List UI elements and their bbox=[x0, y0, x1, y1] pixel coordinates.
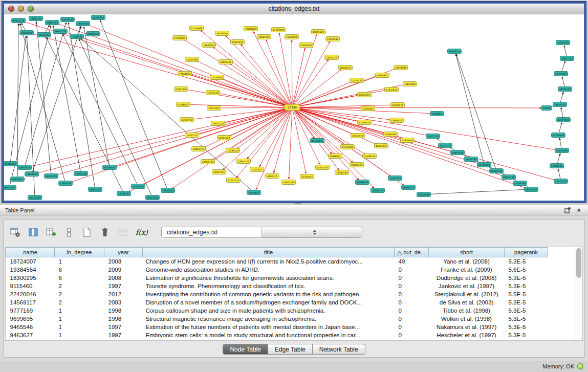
citation-edge-red[interactable] bbox=[201, 30, 292, 107]
graph-node[interactable]: 18460133 bbox=[490, 169, 504, 173]
graph-node[interactable]: 16933433 bbox=[161, 188, 175, 193]
graph-node[interactable]: 22041231 bbox=[316, 165, 330, 170]
graph-node[interactable]: 16104277 bbox=[391, 103, 405, 107]
graph-node[interactable]: 14121123 bbox=[439, 143, 452, 148]
citation-edge-red[interactable] bbox=[65, 32, 292, 107]
tab-edge-table[interactable]: Edge Table bbox=[268, 344, 313, 355]
graph-node[interactable]: 15248133 bbox=[117, 191, 131, 196]
graph-node[interactable]: 12489533 bbox=[70, 34, 84, 39]
graph-node[interactable]: 16664161 bbox=[358, 93, 372, 97]
graph-node[interactable]: 11604427 bbox=[390, 118, 404, 123]
graph-node[interactable]: 17579030 bbox=[272, 28, 286, 32]
graph-node[interactable]: 16861233 bbox=[46, 20, 59, 25]
graph-node[interactable]: 15495781 bbox=[384, 132, 398, 137]
new-table-icon[interactable] bbox=[80, 226, 94, 239]
citation-edge-black[interactable] bbox=[36, 21, 51, 176]
graph-node[interactable]: 18504923 bbox=[375, 144, 388, 148]
graph-node[interactable]: 10974983 bbox=[394, 65, 408, 70]
show-columns-icon[interactable] bbox=[27, 226, 40, 239]
table-row[interactable]: 946362711997Embryonic stem cells: a mode… bbox=[6, 331, 548, 339]
table-row[interactable]: 911546021997Tourette syndrome. Phenomeno… bbox=[6, 282, 548, 290]
graph-node[interactable]: 18612333 bbox=[76, 21, 90, 26]
graph-node[interactable]: 16675133 bbox=[4, 185, 16, 190]
delete-icon[interactable] bbox=[98, 226, 112, 239]
graph-node[interactable]: 15493123 bbox=[363, 154, 377, 159]
graph-node[interactable]: 17592233 bbox=[388, 176, 402, 181]
graph-node[interactable]: 13567123 bbox=[217, 136, 231, 140]
graph-node[interactable]: 17774123 bbox=[350, 78, 364, 83]
graph-node[interactable]: 16041231 bbox=[282, 180, 296, 185]
graph-node[interactable]: 19105233 bbox=[61, 17, 75, 22]
graph-node[interactable]: 15958 bbox=[541, 106, 552, 111]
graph-node[interactable]: 16962133 bbox=[54, 29, 68, 34]
graph-node[interactable]: 16727433 bbox=[554, 72, 568, 76]
graph-node[interactable]: 19849323 bbox=[350, 163, 364, 167]
citation-edge-black[interactable] bbox=[25, 23, 66, 167]
graph-node[interactable]: 15824950 bbox=[231, 40, 245, 45]
citation-edge-red[interactable] bbox=[279, 33, 292, 107]
network-canvas[interactable]: 1724017449907122549491664091018133044158… bbox=[4, 14, 584, 201]
graph-node[interactable]: 17592133 bbox=[477, 163, 491, 167]
minimize-window-button[interactable] bbox=[18, 6, 24, 12]
graph-node[interactable]: 16033433 bbox=[513, 181, 527, 186]
graph-node[interactable]: 15135455 bbox=[311, 139, 324, 143]
graph-node[interactable]: 15913333 bbox=[37, 33, 51, 37]
citation-edge-red[interactable] bbox=[229, 107, 292, 137]
graph-node[interactable]: 19245033 bbox=[417, 192, 431, 197]
graph-node[interactable]: 20620655 bbox=[11, 177, 25, 182]
graph-node[interactable]: 16640910 bbox=[202, 43, 216, 48]
graph-node[interactable]: 15634020 bbox=[285, 35, 299, 39]
scrollbar-thumb[interactable] bbox=[576, 248, 581, 278]
graph-node[interactable]: 17575155 bbox=[385, 87, 399, 92]
graph-node[interactable]: 12472723 bbox=[426, 134, 440, 139]
graph-node[interactable]: 16757712 bbox=[180, 118, 194, 122]
citation-edge-red[interactable] bbox=[292, 48, 305, 107]
graph-node[interactable]: 18612353 bbox=[560, 56, 574, 61]
graph-node[interactable]: 21033433 bbox=[555, 148, 569, 153]
table-row[interactable]: 946554611997Estimation of the future num… bbox=[6, 323, 548, 331]
graph-node[interactable]: 18460423 bbox=[402, 185, 416, 190]
graph-node[interactable]: 12254949 bbox=[190, 26, 204, 31]
table-row[interactable]: 1830029562008Estimation of significance … bbox=[6, 274, 548, 282]
citation-edge-red[interactable] bbox=[292, 107, 556, 180]
graph-node[interactable]: 16961264 bbox=[257, 35, 271, 39]
import-table-icon[interactable] bbox=[116, 226, 129, 239]
graph-node[interactable]: 19058133 bbox=[25, 172, 39, 177]
graph-node[interactable]: 14202090 bbox=[185, 57, 199, 62]
graph-node[interactable]: 16041283 bbox=[464, 157, 478, 162]
graph-node[interactable]: 12047712 bbox=[185, 133, 199, 138]
graph-node[interactable]: 9087712 bbox=[266, 174, 279, 179]
citation-edge-red[interactable] bbox=[292, 40, 292, 107]
citation-edge-red[interactable] bbox=[292, 107, 377, 145]
citation-edge-black[interactable] bbox=[79, 39, 153, 198]
graph-node[interactable]: 18133044 bbox=[215, 31, 229, 36]
close-window-button[interactable] bbox=[8, 6, 14, 12]
graph-node[interactable]: 13177433 bbox=[557, 118, 571, 122]
graph-node[interactable]: 12103543 bbox=[550, 164, 564, 168]
graph-node[interactable]: 17449907 bbox=[173, 36, 187, 40]
graph-node[interactable]: 17237123 bbox=[227, 178, 241, 183]
table-row[interactable]: 969969511998Structural magnetic resonanc… bbox=[6, 315, 548, 323]
graph-hub-node[interactable]: 17240 bbox=[285, 104, 300, 111]
citation-edge-red[interactable] bbox=[292, 81, 352, 107]
graph-node[interactable]: 11541469 bbox=[341, 145, 355, 149]
graph-node[interactable]: 16572123 bbox=[211, 121, 225, 126]
graph-node[interactable]: 19684603 bbox=[244, 27, 258, 31]
graph-node[interactable]: 10997710 bbox=[201, 160, 215, 164]
graph-node[interactable]: 16321233 bbox=[12, 18, 26, 23]
graph-node[interactable]: 10996951 bbox=[329, 154, 342, 159]
graph-node[interactable]: 14850831 bbox=[376, 73, 389, 78]
citation-edge-red[interactable] bbox=[32, 34, 292, 107]
tab-node-table[interactable]: Node Table bbox=[223, 344, 268, 355]
graph-node[interactable]: 14453123 bbox=[553, 102, 567, 107]
graph-node[interactable]: 17851851 bbox=[178, 72, 192, 76]
graph-node[interactable]: 19413233 bbox=[146, 195, 160, 200]
column-header-out_degree[interactable]: △ out_de... bbox=[395, 248, 429, 257]
table-row[interactable]: 1456911722003Disruption of a novel membe… bbox=[6, 298, 548, 307]
citation-edge-red[interactable] bbox=[292, 105, 393, 107]
graph-node[interactable]: 15956183 bbox=[326, 37, 340, 41]
graph-node[interactable]: 14850583 bbox=[403, 82, 417, 86]
window-titlebar[interactable]: citations_edges.txt bbox=[4, 4, 584, 14]
graph-node[interactable]: 20862123 bbox=[29, 16, 43, 21]
graph-node[interactable]: 15917233 bbox=[556, 40, 570, 45]
